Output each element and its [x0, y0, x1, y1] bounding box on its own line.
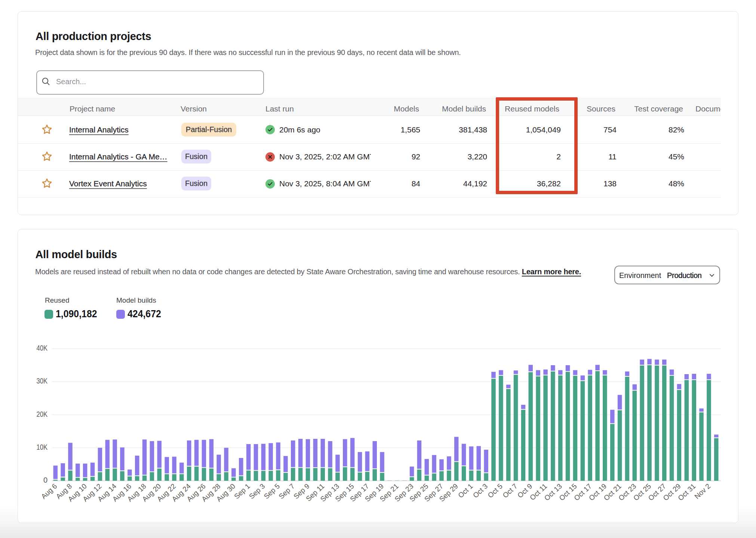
svg-text:Oct 1: Oct 1: [457, 482, 474, 499]
svg-text:Oct 7: Oct 7: [501, 482, 519, 499]
svg-text:Sep 1: Sep 1: [233, 482, 252, 501]
svg-text:40K: 40K: [37, 344, 48, 352]
svg-text:10K: 10K: [37, 443, 48, 451]
svg-text:Oct 3: Oct 3: [471, 482, 489, 499]
svg-text:Nov 2: Nov 2: [693, 482, 712, 501]
svg-text:20K: 20K: [37, 410, 48, 418]
svg-text:Aug 6: Aug 6: [40, 482, 59, 501]
svg-text:0: 0: [43, 476, 47, 484]
svg-text:Sep 5: Sep 5: [262, 482, 282, 501]
svg-text:Oct 5: Oct 5: [486, 482, 504, 499]
svg-text:Sep 7: Sep 7: [277, 482, 296, 501]
svg-text:30K: 30K: [37, 377, 48, 385]
svg-text:Sep 3: Sep 3: [248, 482, 267, 501]
